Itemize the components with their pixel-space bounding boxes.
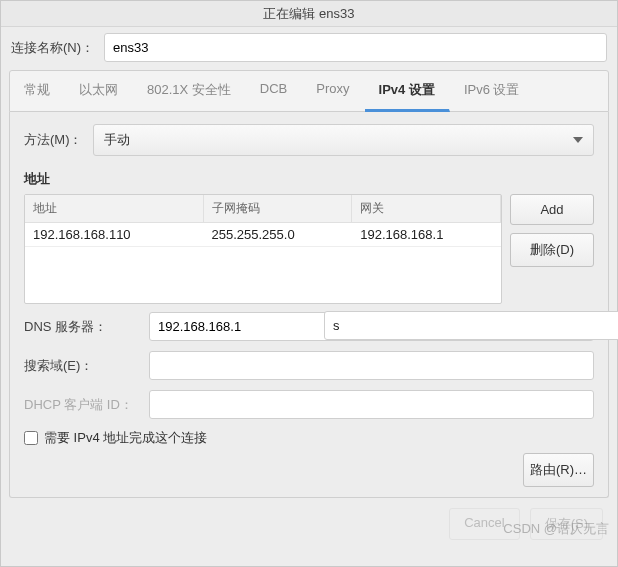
table-header: 地址 子网掩码 网关 [25,195,501,223]
window-title: 正在编辑 ens33 [263,6,354,21]
dialog-window: 正在编辑 ens33 连接名称(N)： 常规 以太网 802.1X 安全性 DC… [0,0,618,567]
routes-button[interactable]: 路由(R)… [523,453,594,487]
connection-name-row: 连接名称(N)： [1,27,617,70]
connection-name-input[interactable] [104,33,607,62]
tab-bar: 常规 以太网 802.1X 安全性 DCB Proxy IPv4 设置 IPv6… [9,70,609,112]
addresses-buttons: Add 删除(D) [510,194,594,304]
col-gateway: 网关 [352,195,501,222]
chevron-down-icon [573,137,583,143]
ipv4-panel: 方法(M)： 手动 地址 地址 子网掩码 网关 192.168.168.110 [9,112,609,498]
cell-address: 192.168.168.110 [25,223,204,246]
dialog-buttons: Cancel 保存(S) CSDN @语仄无言 [1,498,617,540]
dhcp-label: DHCP 客户端 ID： [24,396,149,414]
cell-netmask: 255.255.255.0 [204,223,353,246]
routes-row: 路由(R)… [24,453,594,487]
save-button[interactable]: 保存(S) [530,508,603,540]
method-row: 方法(M)： 手动 [24,124,594,156]
col-address: 地址 [25,195,204,222]
tab-general[interactable]: 常规 [10,71,65,111]
dns-row: DNS 服务器： [24,312,594,341]
dhcp-row: DHCP 客户端 ID： [24,390,594,419]
tab-proxy[interactable]: Proxy [302,71,364,111]
title-bar: 正在编辑 ens33 [1,1,617,27]
connection-name-label: 连接名称(N)： [11,39,94,57]
require-row[interactable]: 需要 IPv4 地址完成这个连接 [24,429,594,447]
search-label: 搜索域(E)： [24,357,149,375]
add-button[interactable]: Add [510,194,594,225]
tab-dcb[interactable]: DCB [246,71,302,111]
method-select[interactable]: 手动 [93,124,595,156]
search-input[interactable] [149,351,594,380]
cancel-button[interactable]: Cancel [449,508,519,540]
dns-label: DNS 服务器： [24,318,149,336]
dhcp-input[interactable] [149,390,594,419]
tab-8021x[interactable]: 802.1X 安全性 [133,71,246,111]
tab-ipv6[interactable]: IPv6 设置 [450,71,535,111]
method-label: 方法(M)： [24,131,83,149]
dns-overlay-input[interactable] [324,311,618,340]
search-row: 搜索域(E)： [24,351,594,380]
addresses-heading: 地址 [24,170,594,188]
require-checkbox[interactable] [24,431,38,445]
tab-ethernet[interactable]: 以太网 [65,71,133,111]
tab-area: 常规 以太网 802.1X 安全性 DCB Proxy IPv4 设置 IPv6… [1,70,617,498]
addresses-table[interactable]: 地址 子网掩码 网关 192.168.168.110 255.255.255.0… [24,194,502,304]
method-value: 手动 [104,131,130,149]
col-netmask: 子网掩码 [204,195,353,222]
require-label: 需要 IPv4 地址完成这个连接 [44,429,207,447]
table-row[interactable]: 192.168.168.110 255.255.255.0 192.168.16… [25,223,501,247]
addresses-block: 地址 子网掩码 网关 192.168.168.110 255.255.255.0… [24,194,594,304]
delete-button[interactable]: 删除(D) [510,233,594,267]
cell-gateway: 192.168.168.1 [352,223,501,246]
tab-ipv4[interactable]: IPv4 设置 [365,71,450,112]
